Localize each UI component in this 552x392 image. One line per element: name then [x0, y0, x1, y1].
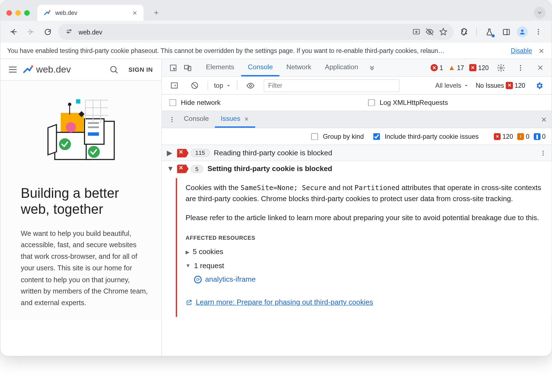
- filter-input[interactable]: [263, 79, 399, 92]
- clear-console-icon[interactable]: [187, 78, 202, 93]
- include-third-party-check[interactable]: Include third-party cookie issues: [371, 132, 479, 141]
- issue-row-menu[interactable]: [540, 150, 546, 156]
- devtools-kebab[interactable]: [513, 60, 528, 75]
- search-icon[interactable]: [109, 65, 118, 74]
- drawer-close-icon[interactable]: [540, 116, 547, 123]
- star-icon[interactable]: [439, 28, 448, 36]
- profile-avatar[interactable]: [517, 26, 528, 37]
- issue-flag-icon: ✕: [177, 165, 186, 173]
- console-filter-bar: top All levels No Issues ✕ 120: [162, 77, 552, 95]
- issue-flag-icon: ✕: [177, 149, 186, 157]
- tab-application[interactable]: Application: [318, 59, 365, 76]
- svg-rect-23: [69, 105, 70, 114]
- levels-select[interactable]: All levels: [435, 82, 469, 89]
- back-button[interactable]: [7, 25, 20, 38]
- window-close[interactable]: [6, 10, 12, 15]
- console-settings-icon[interactable]: [532, 78, 546, 93]
- svg-rect-5: [503, 29, 509, 34]
- issue-title: Setting third-party cookie is blocked: [207, 165, 332, 173]
- page-body: Building a better web, together We want …: [1, 81, 162, 320]
- expand-icon[interactable]: ▶: [167, 148, 173, 157]
- badge-red[interactable]: ✕120: [494, 133, 513, 140]
- affected-requests-toggle[interactable]: ▼1 request: [186, 260, 543, 271]
- settings-icon[interactable]: [494, 60, 508, 75]
- tab-elements[interactable]: Elements: [199, 59, 241, 76]
- svg-point-10: [31, 65, 33, 67]
- kebab-menu[interactable]: [532, 25, 545, 38]
- tab-overflow-button[interactable]: [534, 7, 546, 19]
- devtools-close-icon[interactable]: [533, 60, 547, 75]
- close-tab-icon[interactable]: [132, 10, 138, 15]
- site-logo[interactable]: web.dev: [22, 64, 71, 75]
- device-toggle-icon[interactable]: [181, 60, 195, 75]
- svg-point-30: [500, 66, 502, 69]
- svg-rect-25: [76, 99, 80, 103]
- issue-paragraph: Cookies with the SameSite=None; Secure a…: [186, 182, 543, 205]
- svg-point-8: [538, 31, 539, 33]
- live-expression-icon[interactable]: [243, 78, 257, 93]
- svg-point-31: [520, 65, 521, 66]
- badge-orange[interactable]: !0: [517, 133, 529, 140]
- group-by-kind-check[interactable]: Group by kind: [310, 132, 364, 141]
- banner-close-icon[interactable]: [538, 47, 545, 54]
- blocked-count[interactable]: ✕120: [469, 64, 489, 71]
- hero-illustration: [35, 96, 120, 168]
- side-panel-button[interactable]: [500, 25, 513, 38]
- hero-body: We want to help you build beautiful, acc…: [21, 228, 149, 308]
- svg-point-15: [59, 138, 71, 150]
- reload-button[interactable]: [41, 25, 54, 38]
- more-tabs-icon[interactable]: [365, 60, 379, 75]
- issue-row-collapsed[interactable]: ▶ ✕ 115 Reading third-party cookie is bl…: [162, 145, 552, 161]
- eye-off-icon[interactable]: [426, 28, 434, 36]
- devtools: Elements Console Network Application ✕1 …: [162, 59, 552, 356]
- address-bar[interactable]: web.dev: [58, 24, 454, 40]
- site-info-icon[interactable]: [64, 27, 74, 37]
- window-minimize[interactable]: [15, 10, 21, 15]
- affected-cookies-toggle[interactable]: ▶5 cookies: [186, 247, 543, 258]
- banner-disable-link[interactable]: Disable: [511, 47, 532, 54]
- svg-rect-20: [88, 126, 99, 128]
- drawer-tab-issues[interactable]: Issues: [215, 111, 255, 128]
- tab-network[interactable]: Network: [279, 59, 318, 76]
- error-count[interactable]: ✕1: [430, 64, 443, 71]
- extensions-button[interactable]: [458, 25, 471, 38]
- context-select[interactable]: top: [214, 82, 231, 89]
- issue-body: Cookies with the SameSite=None; Secure a…: [162, 177, 552, 317]
- learn-more-link[interactable]: Learn more: Prepare for phasing out thir…: [186, 297, 543, 308]
- banner-text: You have enabled testing third-party coo…: [7, 47, 505, 54]
- install-icon[interactable]: [412, 28, 420, 36]
- drawer-menu-icon[interactable]: [166, 116, 178, 123]
- external-link-icon: [186, 299, 192, 306]
- inspect-icon[interactable]: [166, 60, 180, 75]
- forward-button[interactable]: [24, 25, 37, 38]
- svg-point-42: [543, 154, 544, 155]
- log-xhr-check[interactable]: Log XMLHttpRequests: [366, 98, 448, 107]
- drawer-tab-console[interactable]: Console: [178, 111, 215, 128]
- window-maximize[interactable]: [24, 10, 30, 15]
- titlebar: web.dev: [1, 1, 552, 21]
- browser-tab[interactable]: web.dev: [37, 5, 143, 21]
- hero-title: Building a better web, together: [21, 185, 149, 217]
- issue-row-expanded[interactable]: ▼ ✕ 5 Setting third-party cookie is bloc…: [162, 161, 552, 176]
- drawer-tab-close-icon[interactable]: [244, 116, 249, 122]
- collapse-icon[interactable]: ▼: [167, 165, 173, 173]
- svg-rect-21: [88, 132, 99, 136]
- svg-point-41: [543, 152, 544, 153]
- web-page: web.dev SIGN IN: [1, 59, 162, 356]
- sign-in-button[interactable]: SIGN IN: [128, 66, 153, 73]
- browser-window: web.dev web.dev: [0, 0, 552, 356]
- console-sidebar-toggle[interactable]: [167, 78, 181, 93]
- affected-request-link[interactable]: ⟳ analytics-iframe: [194, 274, 543, 285]
- hide-network-check[interactable]: Hide network: [168, 98, 220, 107]
- hamburger-icon[interactable]: [9, 66, 17, 73]
- svg-point-40: [543, 150, 544, 151]
- svg-point-6: [521, 30, 523, 32]
- warning-count[interactable]: ▲17: [448, 63, 464, 72]
- labs-button[interactable]: [483, 25, 495, 38]
- badge-blue[interactable]: ❚0: [533, 133, 546, 140]
- new-tab-button[interactable]: [150, 7, 162, 19]
- issues-summary[interactable]: No Issues ✕ 120: [476, 82, 525, 89]
- window-controls: [6, 10, 30, 15]
- tab-console[interactable]: Console: [241, 59, 279, 76]
- content-split: web.dev SIGN IN: [1, 59, 552, 356]
